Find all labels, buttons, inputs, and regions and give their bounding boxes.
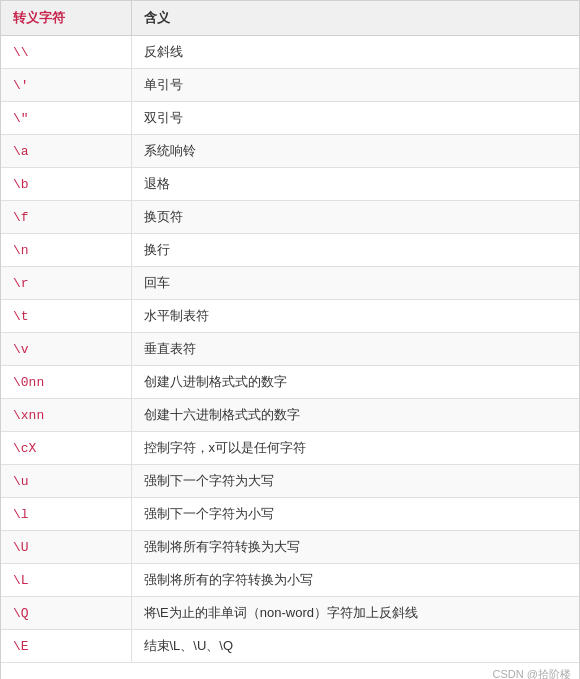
watermark: CSDN @拾阶楼 [1,663,579,679]
table-row: \U强制将所有字符转换为大写 [1,531,579,564]
table-row: \L强制将所有的字符转换为小写 [1,564,579,597]
table-row: \r回车 [1,267,579,300]
header-meaning: 含义 [131,1,579,36]
meaning-cell: 创建十六进制格式式的数字 [131,399,579,432]
meaning-cell: 将\E为止的非单词（non-word）字符加上反斜线 [131,597,579,630]
table-row: \\反斜线 [1,36,579,69]
escape-cell: \\ [1,36,131,69]
escape-cell: \u [1,465,131,498]
meaning-cell: 结束\L、\U、\Q [131,630,579,663]
meaning-cell: 强制下一个字符为大写 [131,465,579,498]
escape-table: 转义字符 含义 \\反斜线\'单引号\"双引号\a系统响铃\b退格\f换页符\n… [0,0,580,679]
escape-cell: \cX [1,432,131,465]
meaning-cell: 控制字符，x可以是任何字符 [131,432,579,465]
meaning-cell: 系统响铃 [131,135,579,168]
table-row: \E结束\L、\U、\Q [1,630,579,663]
escape-cell: \U [1,531,131,564]
escape-cell: \v [1,333,131,366]
meaning-cell: 强制将所有字符转换为大写 [131,531,579,564]
meaning-cell: 水平制表符 [131,300,579,333]
escape-cell: \Q [1,597,131,630]
table-row: \'单引号 [1,69,579,102]
table-row: \f换页符 [1,201,579,234]
escape-cell: \l [1,498,131,531]
table-row: \0nn创建八进制格式式的数字 [1,366,579,399]
table-row: \b退格 [1,168,579,201]
escape-cell: \r [1,267,131,300]
table-row: \u强制下一个字符为大写 [1,465,579,498]
table-row: \t水平制表符 [1,300,579,333]
escape-cell: \E [1,630,131,663]
meaning-cell: 回车 [131,267,579,300]
table-row: \cX控制字符，x可以是任何字符 [1,432,579,465]
table-header-row: 转义字符 含义 [1,1,579,36]
table-row: \v垂直表符 [1,333,579,366]
escape-cell: \xnn [1,399,131,432]
escape-cell: \' [1,69,131,102]
meaning-cell: 反斜线 [131,36,579,69]
meaning-cell: 强制下一个字符为小写 [131,498,579,531]
meaning-cell: 换页符 [131,201,579,234]
escape-cell: \n [1,234,131,267]
escape-cell: \" [1,102,131,135]
meaning-cell: 垂直表符 [131,333,579,366]
table-row: \a系统响铃 [1,135,579,168]
escape-cell: \t [1,300,131,333]
meaning-cell: 单引号 [131,69,579,102]
meaning-cell: 双引号 [131,102,579,135]
escape-cell: \f [1,201,131,234]
meaning-cell: 创建八进制格式式的数字 [131,366,579,399]
meaning-cell: 换行 [131,234,579,267]
escape-cell: \a [1,135,131,168]
escape-cell: \b [1,168,131,201]
table-row: \l强制下一个字符为小写 [1,498,579,531]
table-row: \"双引号 [1,102,579,135]
table-row: \n换行 [1,234,579,267]
table-row: \xnn创建十六进制格式式的数字 [1,399,579,432]
table-row: \Q将\E为止的非单词（non-word）字符加上反斜线 [1,597,579,630]
escape-cell: \L [1,564,131,597]
meaning-cell: 退格 [131,168,579,201]
meaning-cell: 强制将所有的字符转换为小写 [131,564,579,597]
header-escape: 转义字符 [1,1,131,36]
escape-cell: \0nn [1,366,131,399]
